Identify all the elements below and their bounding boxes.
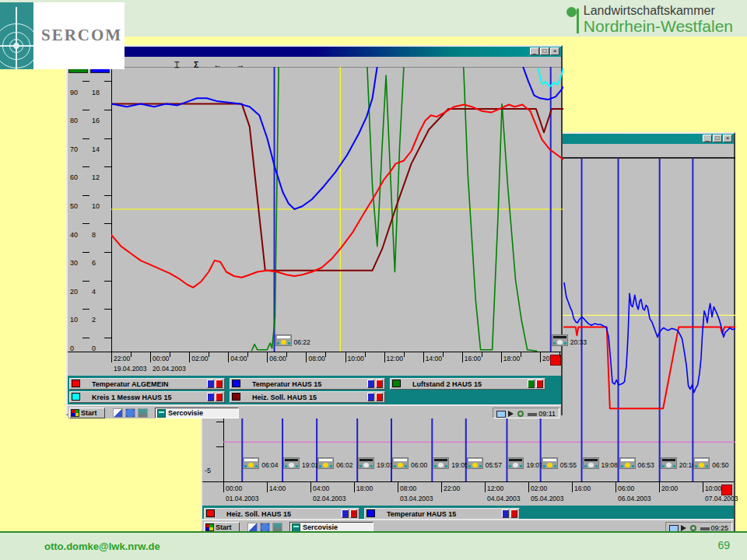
legend-hide-button[interactable] — [536, 380, 543, 388]
legend-label: Temperatur HAUS 15 — [252, 380, 321, 388]
marker-bar — [509, 459, 522, 461]
quicklaunch-browser-icon[interactable] — [125, 408, 135, 418]
axis-tick-label: 40 — [70, 231, 78, 239]
sunrise-marker-icon — [243, 457, 259, 469]
legend-hide-button[interactable] — [216, 393, 223, 401]
legend-swatch[interactable] — [392, 380, 401, 387]
axis-tick — [82, 166, 89, 167]
close-button[interactable]: × — [550, 47, 559, 55]
time-tick — [441, 482, 442, 492]
minimize-button[interactable]: _ — [703, 135, 712, 142]
legend-swatch[interactable] — [72, 380, 80, 387]
tray-plug-icon[interactable] — [700, 527, 710, 530]
marker-bar — [277, 336, 290, 338]
chart-area: 908070605040302010018161412108642006:222… — [68, 67, 561, 352]
tray-volume-icon[interactable] — [508, 411, 514, 417]
marker-dot — [584, 465, 587, 467]
axis-tick-label: 70 — [70, 145, 78, 153]
axis-tick — [104, 81, 111, 82]
task-button-sercovisie[interactable]: Sercovisie — [155, 408, 239, 418]
tray-plug-icon[interactable] — [528, 413, 537, 416]
time-tick — [703, 482, 703, 492]
sunset-marker-icon — [433, 457, 449, 469]
time-label: 18:00 — [503, 355, 520, 362]
sercovisie-icon — [293, 524, 300, 531]
axis-tick-label: 4 — [92, 288, 96, 296]
tray-key-icon[interactable] — [517, 411, 524, 417]
legend-bar: Temperatur ALGEMEINTemperatur HAUS 15Luf… — [68, 376, 561, 404]
marker-dot — [255, 465, 258, 467]
legend-hide-button[interactable] — [350, 509, 357, 518]
footer-email[interactable]: otto.domke@lwk.nrw.de — [44, 541, 160, 552]
plot-canvas — [111, 67, 563, 352]
time-label: 08:00 — [308, 355, 324, 362]
legend-left-scale-button[interactable] — [367, 393, 374, 401]
legend-label: Heiz. Soll. HAUS 15 — [252, 394, 317, 401]
taskbar: Start Sercovisie 09:11 — [68, 404, 561, 418]
time-tick — [189, 352, 190, 362]
legend-hide-button[interactable] — [376, 393, 383, 401]
time-tick — [528, 482, 529, 492]
legend-swatch[interactable] — [206, 509, 215, 517]
axis-tick-label: 20 — [70, 288, 78, 296]
tray-volume-icon[interactable] — [681, 525, 686, 531]
maximize-button[interactable]: □ — [713, 135, 722, 142]
time-tick — [267, 482, 268, 492]
legend-left-scale-button[interactable] — [528, 380, 535, 388]
sercom-logo-box: SERCOM — [33, 2, 124, 69]
legend-left-scale-button[interactable] — [207, 380, 214, 388]
legend-hide-button[interactable] — [216, 380, 223, 388]
legend-label: Heiz. Soll. HAUS 15 — [226, 510, 291, 518]
legend-label: Temperatur HAUS 15 — [387, 510, 456, 518]
legend-hide-button[interactable] — [376, 380, 383, 388]
sercom-logo: SERCOM — [0, 2, 124, 69]
legend-swatch[interactable] — [232, 393, 240, 401]
axis-tick — [104, 252, 111, 253]
time-tick — [111, 352, 112, 362]
lwk-logo-line1: Landwirtschaftskammer — [584, 4, 733, 18]
start-button[interactable]: Start — [69, 408, 105, 418]
time-label: 22:00 — [444, 485, 460, 492]
quicklaunch-desktop-icon[interactable] — [113, 408, 123, 418]
time-tick — [615, 482, 616, 492]
footer: otto.domke@lwk.nrw.de 69 — [0, 531, 747, 560]
quicklaunch-channels-icon[interactable] — [138, 408, 148, 418]
marker-bar — [244, 459, 258, 461]
tray-display-icon[interactable] — [496, 411, 506, 418]
sunset-marker-icon — [507, 457, 524, 469]
marker-dot — [288, 342, 290, 345]
legend-left-scale-button[interactable] — [502, 509, 509, 518]
axis-tick — [104, 309, 111, 310]
sunrise-time-label: 06:50 — [712, 461, 728, 469]
tray-key-icon[interactable] — [690, 525, 696, 531]
sunrise-marker-icon — [693, 457, 710, 469]
sercom-logo-text: SERCOM — [41, 26, 122, 45]
sun-disc-icon — [438, 463, 444, 467]
marker-bar — [662, 459, 675, 461]
lwk-logo-bar-icon — [577, 9, 579, 33]
legend-swatch[interactable] — [366, 509, 375, 517]
legend-swatch[interactable] — [232, 380, 240, 387]
sunrise-time-label: 06:02 — [336, 461, 352, 469]
legend-left-scale-button[interactable] — [207, 393, 214, 401]
time-minor-tick — [286, 352, 287, 357]
time-tick — [659, 482, 660, 492]
page-number: 69 — [717, 539, 730, 551]
minimize-button[interactable]: _ — [530, 47, 539, 55]
legend-item: Kreis 1 Messw HAUS 15 — [69, 391, 225, 403]
close-button[interactable]: × — [723, 135, 732, 142]
time-tick — [485, 482, 486, 492]
axis-tick — [82, 138, 89, 139]
series-temperatur-haus-15 — [111, 67, 563, 209]
legend-swatch[interactable] — [72, 393, 80, 401]
time-tick — [462, 352, 463, 362]
window-titlebar[interactable]: _ □ × — [68, 47, 561, 57]
maximize-button[interactable]: □ — [540, 47, 549, 55]
legend-left-scale-button[interactable] — [342, 509, 349, 518]
legend-left-scale-button[interactable] — [367, 380, 374, 388]
legend-hide-button[interactable] — [510, 509, 517, 518]
marker-dot — [509, 465, 511, 467]
time-label: 22:00 — [114, 355, 130, 362]
record-button[interactable] — [721, 485, 732, 495]
axis-tick — [82, 309, 89, 310]
